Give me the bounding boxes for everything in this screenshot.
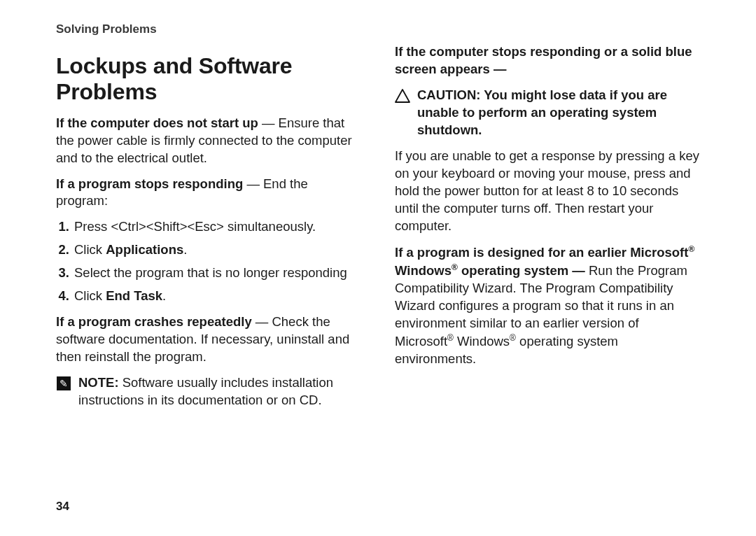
text: Click [74, 288, 106, 303]
reg-mark: ® [688, 244, 694, 254]
left-column: Lockups and Software Problems If the com… [56, 43, 361, 418]
page-title: Lockups and Software Problems [56, 53, 361, 105]
para-compat: If a program is designed for an earlier … [395, 244, 700, 368]
caution-callout: CAUTION: You might lose data if you are … [395, 87, 700, 139]
step-1: Press <Ctrl><Shift><Esc> simultaneously. [73, 218, 361, 236]
page-number: 34 [56, 500, 69, 514]
bold-label: Applications [106, 242, 183, 257]
para-no-response: If you are unable to get a response by p… [395, 148, 700, 235]
steps-list: Press <Ctrl><Shift><Esc> simultaneously.… [56, 218, 361, 305]
right-column: If the computer stops responding or a so… [395, 43, 700, 418]
bold-label: If the computer does not start up [56, 115, 258, 130]
step-4: Click End Task. [73, 288, 361, 305]
reg-mark: ® [447, 333, 454, 343]
note-callout: ✎ NOTE: Software usually includes instal… [56, 374, 361, 409]
bold-label: End Task [106, 288, 162, 303]
section-header: Solving Problems [56, 22, 700, 36]
note-label: NOTE: [78, 375, 119, 390]
text: Windows [454, 334, 510, 348]
note-icon: ✎ [56, 376, 71, 391]
bold-heading: If the computer stops responding or a so… [395, 44, 692, 76]
text: Windows [395, 263, 451, 278]
text: . [162, 288, 166, 303]
caution-text: CAUTION: You might lose data if you are … [417, 87, 667, 137]
text: . [183, 242, 187, 257]
reg-mark: ® [510, 333, 516, 343]
bold-label: If a program crashes repeatedly [56, 314, 252, 329]
svg-marker-0 [396, 90, 410, 102]
step-2: Click Applications. [73, 241, 361, 259]
caution-icon [395, 88, 410, 104]
para-crashes: If a program crashes repeatedly — Check … [56, 313, 361, 366]
step-3: Select the program that is no longer res… [73, 265, 361, 282]
text: If a program is designed for an earlier … [395, 245, 688, 260]
text: Press <Ctrl><Shift><Esc> simultaneously. [74, 219, 316, 234]
text: Click [74, 242, 106, 257]
para-stops-responding: If a program stops responding — End the … [56, 176, 361, 211]
text: operating system — [458, 263, 589, 278]
para-blue-screen-heading: If the computer stops responding or a so… [395, 43, 700, 78]
bold-label: If a program stops responding [56, 176, 243, 191]
text: Select the program that is no longer res… [74, 265, 347, 280]
para-no-start: If the computer does not start up — Ensu… [56, 115, 361, 167]
reg-mark: ® [451, 262, 458, 272]
